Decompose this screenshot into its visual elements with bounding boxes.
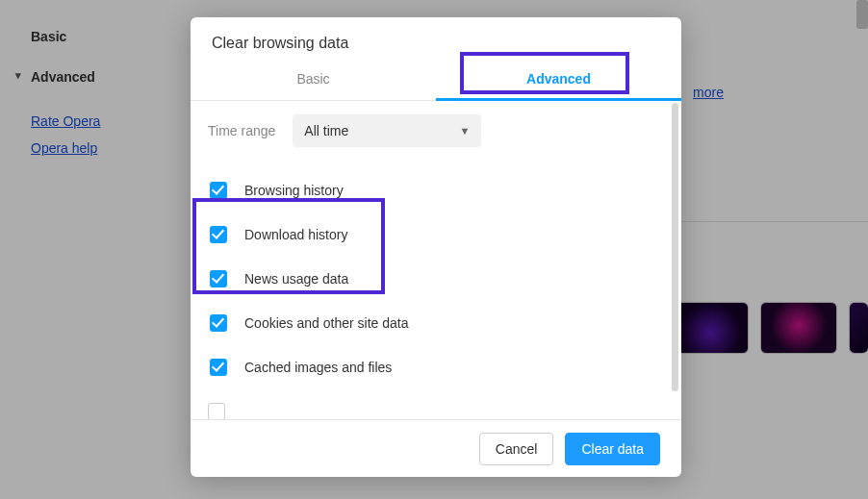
dialog-footer: Cancel Clear data xyxy=(191,419,681,477)
option-label: News usage data xyxy=(244,271,348,287)
option-browsing-history[interactable]: Browsing history xyxy=(208,168,668,212)
checkbox[interactable] xyxy=(208,403,225,419)
option-news-usage-data[interactable]: News usage data xyxy=(208,257,668,301)
settings-sidebar: Basic Advanced Rate Opera Opera help xyxy=(0,0,189,499)
checkbox[interactable] xyxy=(210,359,227,376)
checkbox[interactable] xyxy=(210,182,227,199)
learn-more-link[interactable]: more xyxy=(693,85,724,100)
clear-data-button[interactable]: Clear data xyxy=(565,433,660,465)
sidebar-nav-basic[interactable]: Basic xyxy=(31,29,169,44)
cancel-button[interactable]: Cancel xyxy=(479,433,554,465)
option-cookies[interactable]: Cookies and other site data xyxy=(208,301,668,345)
option-label: Cookies and other site data xyxy=(244,315,408,331)
tab-advanced[interactable]: Advanced xyxy=(436,62,681,101)
option-download-history[interactable]: Download history xyxy=(208,212,668,257)
page-scrollbar[interactable] xyxy=(856,0,868,29)
option-cached-files[interactable]: Cached images and files xyxy=(208,345,668,389)
dialog-title: Clear browsing data xyxy=(191,17,681,62)
time-range-row: Time range All time ▼ xyxy=(208,114,668,147)
link-opera-help[interactable]: Opera help xyxy=(31,140,169,156)
option-label: Cached images and files xyxy=(244,360,392,375)
option-label: Browsing history xyxy=(244,183,344,198)
option-cutoff[interactable] xyxy=(208,389,668,419)
dialog-body: Time range All time ▼ Browsing history D… xyxy=(191,101,681,419)
wallpaper-thumbnails xyxy=(672,302,868,354)
tab-basic[interactable]: Basic xyxy=(191,62,436,101)
chevron-down-icon: ▼ xyxy=(459,125,470,137)
time-range-value: All time xyxy=(304,123,348,138)
wallpaper-thumb[interactable] xyxy=(849,302,868,354)
wallpaper-thumb[interactable] xyxy=(760,302,837,354)
link-rate-opera[interactable]: Rate Opera xyxy=(31,113,169,129)
clear-browsing-data-dialog: Clear browsing data Basic Advanced Time … xyxy=(191,17,681,477)
time-range-select[interactable]: All time ▼ xyxy=(293,114,481,147)
checkbox[interactable] xyxy=(210,270,227,287)
sidebar-nav-advanced[interactable]: Advanced xyxy=(31,69,169,85)
checkbox[interactable] xyxy=(210,226,227,243)
option-label: Download history xyxy=(244,227,347,242)
dialog-tabs: Basic Advanced xyxy=(191,62,681,101)
dialog-scrollbar[interactable] xyxy=(672,103,678,391)
checkbox[interactable] xyxy=(210,314,227,332)
wallpaper-thumb[interactable] xyxy=(672,302,749,354)
time-range-label: Time range xyxy=(208,123,275,138)
